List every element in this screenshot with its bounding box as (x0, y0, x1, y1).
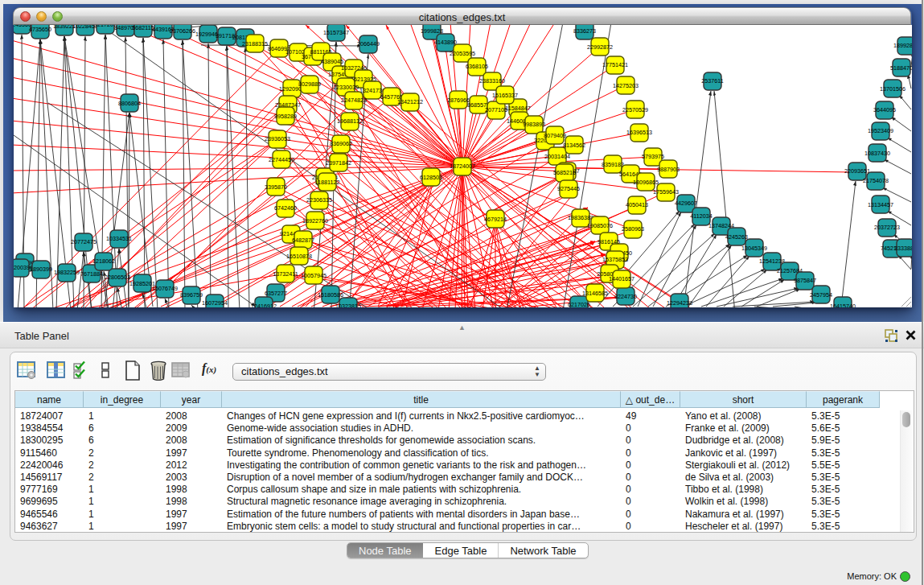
svg-text:22330030: 22330030 (333, 84, 359, 91)
svg-text:9887903: 9887903 (657, 166, 680, 173)
svg-text:18096865: 18096865 (633, 179, 659, 186)
svg-text:15165337: 15165337 (492, 92, 518, 99)
svg-text:5188470: 5188470 (890, 64, 912, 72)
svg-text:1218062: 1218062 (92, 257, 115, 265)
svg-text:4389045: 4389045 (321, 58, 343, 65)
svg-text:2876966: 2876966 (447, 97, 470, 104)
svg-text:19523409: 19523409 (868, 127, 893, 134)
svg-text:13421212: 13421212 (397, 98, 423, 105)
svg-text:6128503: 6128503 (420, 174, 442, 181)
svg-text:5685216: 5685216 (553, 169, 576, 176)
svg-text:22992872: 22992872 (587, 43, 613, 51)
svg-text:12541238: 12541238 (759, 257, 785, 265)
svg-text:6482877: 6482877 (292, 237, 314, 244)
svg-text:15157347: 15157347 (323, 29, 349, 36)
svg-text:16072954: 16072954 (202, 299, 228, 307)
svg-text:10837430: 10837430 (864, 150, 890, 157)
svg-text:7671884: 7671884 (80, 270, 103, 278)
svg-text:15076749: 15076749 (152, 285, 178, 292)
svg-text:22053595: 22053595 (450, 50, 475, 57)
svg-text:22806503: 22806503 (105, 274, 130, 281)
svg-text:8079409: 8079409 (544, 132, 566, 139)
svg-text:9983893: 9983893 (523, 121, 545, 128)
svg-text:9875847: 9875847 (794, 277, 816, 284)
svg-text:20772475: 20772475 (71, 238, 97, 245)
svg-text:20031404: 20031404 (544, 153, 570, 160)
svg-text:2457954: 2457954 (810, 291, 832, 299)
svg-text:22093651: 22093651 (844, 167, 870, 175)
svg-text:4050413: 4050413 (626, 201, 648, 208)
svg-text:20372723: 20372723 (874, 224, 900, 231)
svg-text:22570529: 22570529 (622, 106, 648, 113)
svg-text:11881122: 11881122 (315, 179, 340, 186)
svg-text:10323815: 10323815 (335, 303, 361, 307)
svg-text:3395870: 3395870 (265, 183, 287, 191)
svg-text:13701506: 13701506 (880, 85, 906, 93)
svg-text:16396513: 16396513 (626, 129, 652, 136)
svg-text:8806804: 8806804 (118, 100, 141, 107)
svg-text:13146585: 13146585 (582, 290, 608, 297)
svg-text:18724007: 18724007 (450, 163, 475, 170)
svg-text:23706266: 23706266 (170, 27, 195, 35)
svg-text:6742460: 6742460 (274, 204, 297, 212)
svg-text:3644095: 3644095 (873, 106, 896, 113)
svg-text:13134457: 13134457 (868, 201, 893, 208)
svg-text:9958289: 9958289 (274, 113, 297, 120)
svg-text:6368105: 6368105 (466, 63, 488, 70)
svg-text:23971842: 23971842 (326, 159, 351, 167)
svg-text:8029889: 8029889 (298, 80, 321, 88)
svg-text:4112034: 4112034 (690, 212, 712, 220)
svg-text:18992829: 18992829 (893, 42, 912, 49)
svg-text:8224730: 8224730 (614, 293, 637, 300)
svg-text:10334531: 10334531 (106, 235, 132, 242)
svg-text:19836388: 19836388 (568, 214, 593, 221)
svg-text:19688132: 19688132 (337, 117, 363, 125)
svg-text:14401657: 14401657 (609, 275, 634, 282)
svg-text:22744459: 22744459 (269, 156, 294, 163)
svg-text:16510878: 16510878 (286, 253, 312, 260)
svg-text:5682115: 5682115 (132, 25, 154, 31)
svg-text:17559643: 17559643 (653, 188, 679, 196)
svg-text:5793975: 5793975 (642, 153, 664, 160)
svg-text:23936053: 23936053 (265, 135, 290, 142)
svg-text:13732411: 13732411 (273, 270, 298, 278)
svg-text:12416912: 12416912 (251, 303, 277, 307)
svg-text:3333883: 3333883 (894, 245, 912, 252)
svg-text:15375853: 15375853 (602, 256, 628, 263)
svg-text:8336273: 8336273 (573, 27, 596, 35)
svg-text:23833160: 23833160 (479, 77, 505, 84)
svg-text:9275445: 9275445 (557, 185, 580, 192)
svg-text:4143890: 4143890 (434, 39, 457, 46)
svg-text:8359183: 8359183 (602, 161, 624, 168)
svg-text:9217207: 9217207 (94, 25, 117, 28)
svg-text:2066449: 2066449 (357, 40, 380, 47)
svg-text:19832259: 19832259 (54, 269, 80, 276)
svg-text:14275203: 14275203 (613, 82, 639, 89)
svg-text:17751421: 17751421 (602, 61, 628, 68)
svg-text:18922760: 18922760 (302, 217, 328, 225)
svg-text:11584847: 11584847 (505, 105, 530, 112)
svg-text:22306335: 22306335 (306, 196, 332, 204)
svg-text:1890399: 1890399 (30, 266, 52, 273)
svg-text:10057945: 10057945 (301, 272, 326, 279)
svg-text:2580963: 2580963 (622, 225, 644, 233)
svg-text:8134562: 8134562 (563, 142, 585, 149)
svg-text:16415740: 16415740 (830, 303, 856, 307)
svg-text:8369062: 8369062 (330, 140, 352, 147)
svg-text:13045349: 13045349 (741, 245, 767, 252)
svg-text:23188315: 23188315 (242, 40, 268, 47)
svg-text:2537611: 2537611 (701, 77, 723, 84)
svg-text:21754078: 21754078 (863, 177, 889, 184)
svg-text:4679214: 4679214 (484, 216, 507, 223)
svg-text:4429607: 4429607 (675, 200, 697, 207)
svg-text:6357277: 6357277 (265, 290, 287, 297)
svg-text:8396759: 8396759 (180, 291, 203, 299)
svg-text:22474828: 22474828 (341, 97, 367, 104)
svg-text:4245263: 4245263 (725, 233, 748, 241)
svg-text:6217026: 6217026 (568, 301, 590, 307)
svg-text:2077105: 2077105 (485, 106, 507, 113)
svg-text:15180586: 15180586 (318, 291, 343, 299)
svg-text:19085076: 19085076 (587, 222, 613, 229)
svg-text:12294238: 12294238 (667, 299, 692, 307)
svg-text:4735650: 4735650 (29, 26, 51, 33)
